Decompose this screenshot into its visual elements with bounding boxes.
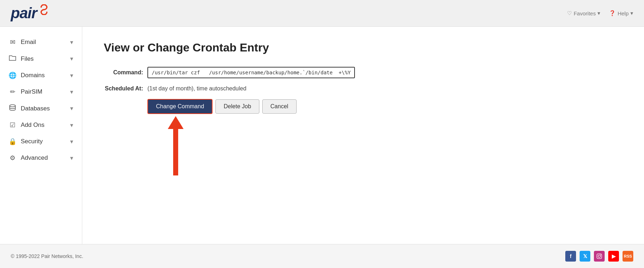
security-icon: 🔒 — [9, 138, 16, 145]
sidebar-label-domains: Domains — [21, 72, 45, 79]
domains-icon: 🌐 — [9, 71, 16, 79]
main-content: View or Change Crontab Entry Command: Sc… — [82, 27, 644, 244]
sidebar: ✉ Email ▾ Files ▾ 🌐 Domains ▾ ✏ PairSIM … — [0, 27, 82, 244]
social-links: f 𝕏 ▶ RSS — [565, 251, 633, 262]
instagram-icon[interactable] — [594, 251, 605, 262]
header-right: ♡ Favorites ▾ ❓ Help ▾ — [567, 10, 633, 16]
help-chevron: ▾ — [630, 10, 633, 16]
scheduled-value: (1st day of month), time autoscheduled — [147, 85, 247, 92]
footer: © 1995-2022 Pair Networks, Inc. f 𝕏 ▶ RS… — [0, 244, 644, 268]
sidebar-item-databases[interactable]: Databases ▾ — [0, 100, 82, 117]
main-layout: ✉ Email ▾ Files ▾ 🌐 Domains ▾ ✏ PairSIM … — [0, 27, 644, 244]
scheduled-label: Scheduled At: — [104, 85, 143, 92]
help-link[interactable]: ❓ Help ▾ — [609, 10, 633, 16]
sidebar-label-pairsim: PairSIM — [21, 88, 42, 95]
heart-icon: ♡ — [567, 10, 572, 16]
sidebar-item-advanced[interactable]: ⚙ Advanced ▾ — [0, 150, 82, 166]
svg-rect-1 — [597, 254, 601, 258]
page-title: View or Change Crontab Entry — [104, 41, 623, 54]
copyright-text: © 1995-2022 Pair Networks, Inc. — [11, 253, 83, 259]
change-command-button[interactable]: Change Command — [147, 99, 213, 114]
logo-icon — [38, 4, 50, 18]
header: pair ♡ Favorites ▾ ❓ Help ▾ — [0, 0, 644, 27]
sidebar-label-addons: Add Ons — [21, 121, 44, 129]
sidebar-item-domains[interactable]: 🌐 Domains ▾ — [0, 67, 82, 84]
databases-icon — [9, 104, 16, 113]
command-input[interactable] — [147, 67, 355, 78]
files-icon — [9, 55, 16, 63]
security-chevron: ▾ — [70, 138, 73, 145]
facebook-icon[interactable]: f — [565, 251, 576, 262]
scheduled-row: Scheduled At: (1st day of month), time a… — [104, 85, 623, 92]
domains-chevron: ▾ — [70, 72, 73, 79]
rss-icon[interactable]: RSS — [623, 251, 633, 262]
youtube-icon[interactable]: ▶ — [608, 251, 619, 262]
command-label: Command: — [104, 69, 143, 76]
arrow-shaft — [173, 129, 178, 175]
svg-point-0 — [10, 105, 15, 107]
sidebar-item-addons[interactable]: ☑ Add Ons ▾ — [0, 117, 82, 133]
email-icon: ✉ — [9, 38, 16, 46]
email-chevron: ▾ — [70, 39, 73, 46]
favorites-link[interactable]: ♡ Favorites ▾ — [567, 10, 600, 16]
advanced-icon: ⚙ — [9, 154, 16, 162]
sidebar-label-files: Files — [21, 55, 34, 63]
help-label: Help — [618, 10, 629, 16]
files-chevron: ▾ — [70, 55, 73, 63]
pairsim-icon: ✏ — [9, 88, 16, 96]
sidebar-label-security: Security — [21, 138, 43, 145]
sidebar-label-advanced: Advanced — [21, 154, 48, 162]
delete-job-button[interactable]: Delete Job — [215, 99, 259, 114]
sidebar-item-security[interactable]: 🔒 Security ▾ — [0, 133, 82, 150]
advanced-chevron: ▾ — [70, 154, 73, 162]
help-icon: ❓ — [609, 10, 616, 16]
logo: pair — [11, 4, 50, 23]
arrow-head — [168, 116, 184, 129]
cancel-button[interactable]: Cancel — [262, 99, 297, 114]
command-row: Command: — [104, 67, 623, 78]
logo-text: pair — [11, 5, 37, 22]
pairsim-chevron: ▾ — [70, 88, 73, 96]
sidebar-item-pairsim[interactable]: ✏ PairSIM ▾ — [0, 84, 82, 100]
twitter-icon[interactable]: 𝕏 — [580, 251, 590, 262]
databases-chevron: ▾ — [70, 105, 73, 112]
favorites-label: Favorites — [574, 10, 596, 16]
arrow-annotation — [168, 116, 184, 175]
svg-point-2 — [598, 255, 601, 258]
sidebar-item-files[interactable]: Files ▾ — [0, 50, 82, 67]
buttons-row: Change Command Delete Job Cancel — [147, 99, 623, 114]
favorites-chevron: ▾ — [597, 10, 600, 16]
sidebar-label-email: Email — [21, 39, 36, 46]
addons-icon: ☑ — [9, 121, 16, 129]
addons-chevron: ▾ — [70, 121, 73, 129]
svg-point-3 — [600, 254, 601, 255]
sidebar-item-email[interactable]: ✉ Email ▾ — [0, 34, 82, 50]
sidebar-label-databases: Databases — [21, 105, 50, 112]
